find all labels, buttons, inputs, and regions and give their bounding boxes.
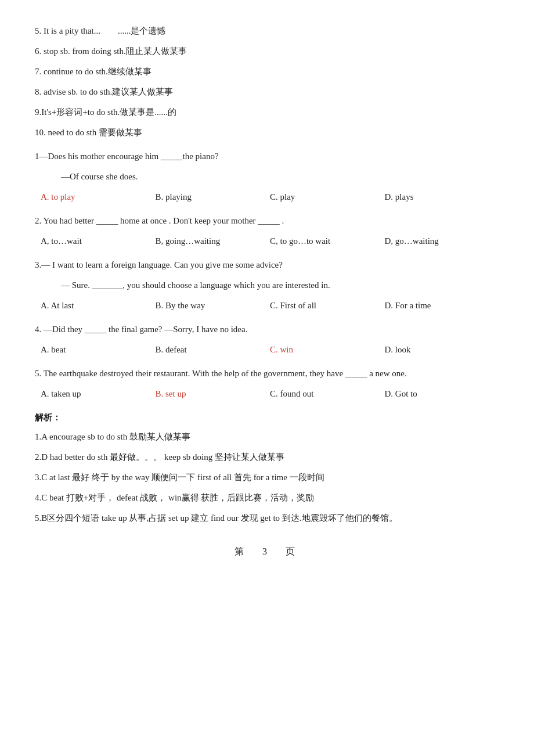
analysis-title: 解析： <box>35 410 499 426</box>
q5-option-a: A. taken up <box>41 386 156 402</box>
page-number: 第 3 页 <box>35 543 499 560</box>
q1-option-c: C. play <box>270 189 385 205</box>
analysis-1: 1.A encourage sb to do sth 鼓励某人做某事 <box>35 429 499 445</box>
question-5-options: A. taken up B. set up C. found out D. Go… <box>35 386 499 402</box>
item-5: 5. It is a pity that... ......是个遗憾 <box>35 23 499 39</box>
q2-option-d: D, go…waiting <box>385 233 500 249</box>
item-6: 6. stop sb. from doing sth.阻止某人做某事 <box>35 44 499 59</box>
analysis-5: 5.B区分四个短语 take up 从事,占据 set up 建立 find o… <box>35 510 499 526</box>
q1-option-b: B. playing <box>156 189 270 205</box>
analysis-3: 3.C at last 最好 终于 by the way 顺便问一下 first… <box>35 470 499 485</box>
question-2-stem: 2. You had better _____ home at once . D… <box>35 213 499 229</box>
question-5-stem: 5. The earthquake destroyed their restau… <box>35 366 499 381</box>
question-1-sub: —Of course she does. <box>35 169 499 185</box>
q4-option-a: A. beat <box>41 342 156 358</box>
q2-option-b: B, going…waiting <box>156 233 270 249</box>
item-9: 9.It's+形容词+to do sth.做某事是......的 <box>35 105 499 120</box>
item-7: 7. continue to do sth.继续做某事 <box>35 64 499 80</box>
question-4-options: A. beat B. defeat C. win D. look <box>35 342 499 358</box>
item-10: 10. need to do sth 需要做某事 <box>35 125 499 141</box>
question-1-options: A. to play B. playing C. play D. plays <box>35 189 499 205</box>
q2-option-c: C, to go…to wait <box>270 233 385 249</box>
q3-option-d: D. For a time <box>385 298 500 314</box>
q5-option-c: C. found out <box>270 386 385 402</box>
question-1-stem: 1—Does his mother encourage him _____the… <box>35 149 499 164</box>
q4-option-c: C. win <box>270 342 385 358</box>
question-3-stem: 3.— I want to learn a foreign language. … <box>35 257 499 273</box>
question-2-options: A, to…wait B, going…waiting C, to go…to … <box>35 233 499 249</box>
q4-option-b: B. defeat <box>156 342 270 358</box>
analysis-2: 2.D had better do sth 最好做。。。 keep sb doi… <box>35 449 499 465</box>
q3-option-b: B. By the way <box>156 298 270 314</box>
question-3-sub: — Sure. _______, you should choose a lan… <box>35 278 499 293</box>
q5-option-b: B. set up <box>156 386 270 402</box>
q4-option-d: D. look <box>385 342 500 358</box>
q1-option-d: D. plays <box>385 189 500 205</box>
q5-option-d: D. Got to <box>385 386 500 402</box>
q1-option-a: A. to play <box>41 189 156 205</box>
question-4-stem: 4. —Did they _____ the final game? —Sorr… <box>35 322 499 337</box>
question-3-options: A. At last B. By the way C. First of all… <box>35 298 499 314</box>
q3-option-a: A. At last <box>41 298 156 314</box>
q3-option-c: C. First of all <box>270 298 385 314</box>
q2-option-a: A, to…wait <box>41 233 156 249</box>
analysis-4: 4.C beat 打败+对手， defeat 战败， win赢得 获胜，后跟比赛… <box>35 490 499 506</box>
item-8: 8. advise sb. to do sth.建议某人做某事 <box>35 84 499 100</box>
